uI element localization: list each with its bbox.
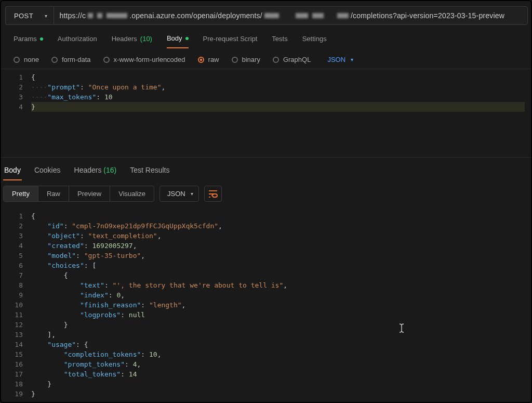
view-raw-button[interactable]: Raw <box>38 186 69 201</box>
redacted-block <box>312 13 324 18</box>
line-gutter: 12345678910111213141516171819 <box>1 208 28 399</box>
radio-icon <box>103 57 110 63</box>
tab-headers[interactable]: Headers (10) <box>112 34 152 48</box>
radio-binary[interactable]: binary <box>232 56 260 63</box>
radio-raw[interactable]: raw <box>198 56 219 63</box>
tab-body[interactable]: Body <box>167 34 189 48</box>
url-text-prefix: https://c <box>59 11 86 20</box>
active-indicator-icon <box>185 37 189 40</box>
response-toolbar: Pretty Raw Preview Visualize JSON ▾ <box>1 180 531 206</box>
radio-icon <box>232 57 238 63</box>
redacted-block <box>97 13 102 18</box>
response-tab-test-results[interactable]: Test Results <box>129 162 170 180</box>
view-preview-button[interactable]: Preview <box>69 186 110 201</box>
tab-authorization[interactable]: Authorization <box>58 34 97 48</box>
radio-none[interactable]: none <box>14 56 39 63</box>
chevron-down-icon: ▾ <box>351 57 353 62</box>
response-tab-headers[interactable]: Headers (16) <box>73 162 118 180</box>
request-body-editor[interactable]: 1234 { ····"prompt": "Once upon a time",… <box>1 69 531 157</box>
body-type-selector: none form-data x-www-form-urlencoded raw… <box>1 48 531 69</box>
response-body-code[interactable]: { "id": "cmpl-7nO9xep21dp9fFCJGqUppXqk5c… <box>28 208 531 399</box>
redacted-block <box>296 13 308 18</box>
redacted-block <box>88 13 93 18</box>
view-pretty-button[interactable]: Pretty <box>4 186 38 201</box>
radio-icon <box>51 57 58 63</box>
chevron-down-icon: ▾ <box>45 13 47 19</box>
tab-tests[interactable]: Tests <box>272 34 287 48</box>
redacted-block <box>337 13 349 18</box>
redacted-block <box>264 13 279 18</box>
http-method-dropdown[interactable]: POST ▾ <box>5 6 54 25</box>
http-method-label: POST <box>14 12 33 20</box>
wrap-lines-button[interactable] <box>204 186 222 202</box>
radio-graphql[interactable]: GraphQL <box>273 56 311 63</box>
response-tab-body[interactable]: Body <box>3 162 22 180</box>
redacted-block <box>107 13 127 18</box>
tab-params[interactable]: Params <box>14 34 43 48</box>
request-url-bar: POST ▾ https://c .openai.azure.com/opena… <box>1 5 531 26</box>
url-text-mid: .openai.azure.com/openai/deployments/ <box>129 11 262 20</box>
line-gutter: 1234 <box>1 69 28 157</box>
view-mode-segmented: Pretty Raw Preview Visualize <box>3 186 154 202</box>
radio-urlencoded[interactable]: x-www-form-urlencoded <box>103 56 185 63</box>
url-text-suffix: /completions?api-version=2023-03-15-prev… <box>351 11 504 20</box>
radio-formdata[interactable]: form-data <box>51 56 91 63</box>
view-visualize-button[interactable]: Visualize <box>110 186 154 201</box>
raw-format-dropdown[interactable]: JSON ▾ <box>327 56 353 63</box>
response-tab-cookies[interactable]: Cookies <box>33 162 62 180</box>
tab-prerequest-script[interactable]: Pre-request Script <box>203 34 258 48</box>
response-section-tabs: Body Cookies Headers (16) Test Results <box>1 157 531 180</box>
response-format-dropdown[interactable]: JSON ▾ <box>159 186 199 202</box>
url-input[interactable]: https://c .openai.azure.com/openai/deplo… <box>54 6 528 25</box>
active-indicator-icon <box>40 37 43 41</box>
chevron-down-icon: ▾ <box>191 191 193 197</box>
radio-icon <box>273 57 279 63</box>
radio-icon <box>198 57 204 63</box>
radio-icon <box>14 57 20 63</box>
request-section-tabs: Params Authorization Headers (10) Body P… <box>1 26 531 48</box>
request-body-code[interactable]: { ····"prompt": "Once upon a time", ····… <box>28 69 531 157</box>
response-body-editor[interactable]: 12345678910111213141516171819 { "id": "c… <box>1 206 531 399</box>
tab-settings[interactable]: Settings <box>302 34 327 48</box>
